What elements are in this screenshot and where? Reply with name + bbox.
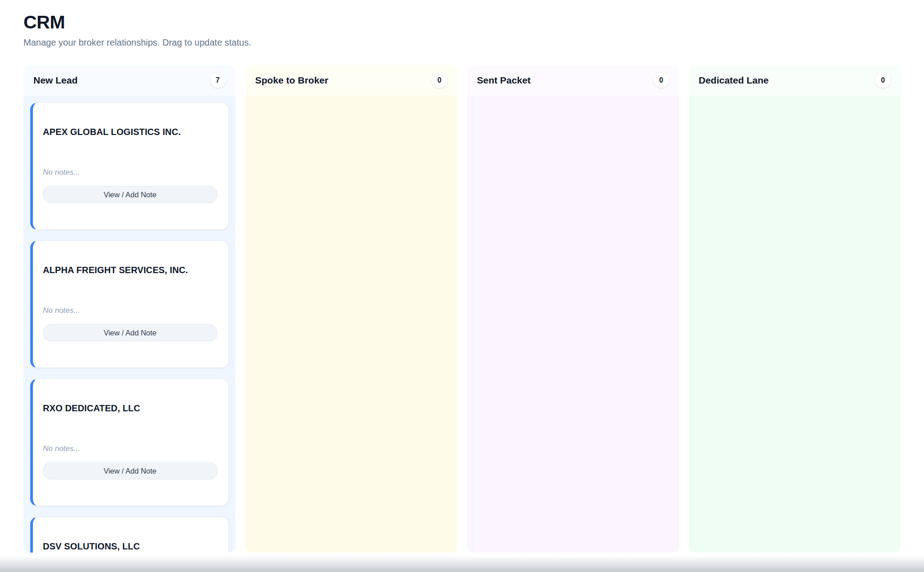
column-title: New Lead [33, 75, 78, 86]
page-title: CRM [23, 12, 901, 33]
card-company-name: APEX GLOBAL LOGISTICS INC. [43, 126, 217, 137]
card-notes-placeholder: No notes... [43, 168, 217, 177]
kanban-board: New Lead 7 APEX GLOBAL LOGISTICS INC. No… [23, 65, 901, 553]
column-title: Spoke to Broker [255, 75, 328, 86]
column-dropzone-sent-packet[interactable] [467, 96, 679, 553]
view-add-note-button[interactable]: View / Add Note [43, 186, 217, 203]
bottom-edge-shadow [0, 556, 924, 572]
broker-card[interactable]: RXO DEDICATED, LLC No notes... View / Ad… [30, 379, 229, 506]
view-add-note-button[interactable]: View / Add Note [43, 324, 217, 341]
column-count-badge: 0 [654, 73, 669, 88]
column-title: Sent Packet [477, 75, 531, 86]
card-company-name: ALPHA FREIGHT SERVICES, INC. [43, 265, 217, 275]
column-sent-packet: Sent Packet 0 [467, 65, 679, 553]
view-add-note-button[interactable]: View / Add Note [43, 462, 217, 479]
column-header-dedicated-lane: Dedicated Lane 0 [689, 65, 901, 96]
crm-page: CRM Manage your broker relationships. Dr… [0, 0, 924, 553]
card-notes-placeholder: No notes... [43, 306, 217, 315]
broker-card[interactable]: APEX GLOBAL LOGISTICS INC. No notes... V… [30, 102, 229, 230]
card-notes-placeholder: No notes... [43, 444, 217, 453]
column-dedicated-lane: Dedicated Lane 0 [689, 65, 901, 553]
broker-card[interactable]: ALPHA FREIGHT SERVICES, INC. No notes...… [30, 241, 229, 368]
column-count-badge: 0 [875, 73, 891, 88]
column-dropzone-spoke-to-broker[interactable] [245, 96, 457, 553]
column-dropzone-new-lead[interactable]: APEX GLOBAL LOGISTICS INC. No notes... V… [23, 96, 236, 553]
page-subtitle: Manage your broker relationships. Drag t… [23, 37, 901, 48]
column-count-badge: 7 [210, 73, 226, 88]
column-header-new-lead: New Lead 7 [23, 65, 236, 96]
column-title: Dedicated Lane [699, 75, 769, 86]
card-company-name: RXO DEDICATED, LLC [43, 403, 217, 414]
column-spoke-to-broker: Spoke to Broker 0 [245, 65, 457, 553]
card-company-name: DSV SOLUTIONS, LLC [43, 541, 217, 552]
column-header-sent-packet: Sent Packet 0 [467, 65, 679, 96]
column-count-badge: 0 [432, 73, 447, 88]
column-header-spoke-to-broker: Spoke to Broker 0 [245, 65, 457, 96]
column-dropzone-dedicated-lane[interactable] [689, 96, 901, 553]
column-new-lead: New Lead 7 APEX GLOBAL LOGISTICS INC. No… [23, 65, 236, 553]
broker-card[interactable]: DSV SOLUTIONS, LLC No notes... View / Ad… [30, 517, 229, 553]
